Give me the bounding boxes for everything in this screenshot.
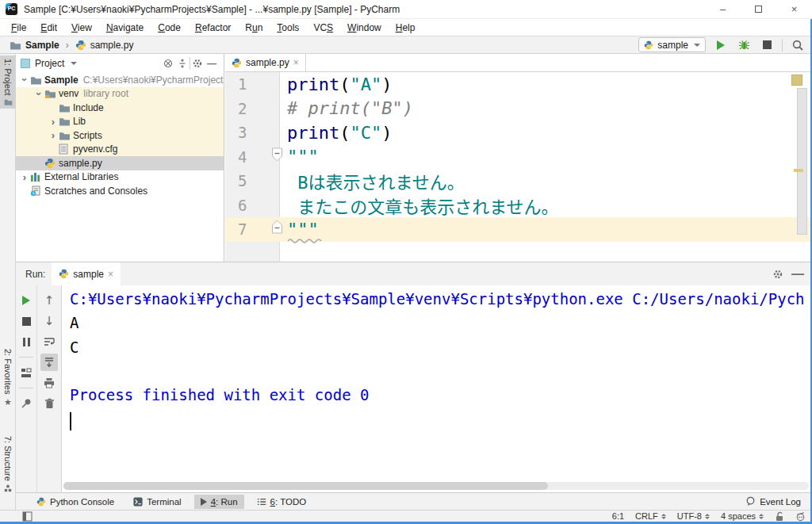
editor-scrollbar[interactable] xyxy=(797,88,807,235)
debug-button[interactable] xyxy=(736,37,752,53)
menu-tools[interactable]: Tools xyxy=(270,21,306,35)
encoding-selector[interactable]: UTF-8 xyxy=(677,511,710,521)
stripe-tab-favorites[interactable]: 2: Favorites ★ xyxy=(0,346,16,411)
console-line: C xyxy=(70,338,812,362)
menu-code[interactable]: Code xyxy=(151,21,188,35)
tree-row-venv[interactable]: venv library root xyxy=(16,87,224,101)
chevron-expanded-icon[interactable] xyxy=(19,74,30,86)
down-stack-trace-button[interactable]: ↓ xyxy=(40,312,58,330)
rerun-button[interactable] xyxy=(17,292,35,309)
toolwindow-run[interactable]: 4: Run xyxy=(194,495,244,509)
toolwindow-todo[interactable]: 6: TODO xyxy=(251,495,313,509)
toolwindow-toggle-button[interactable] xyxy=(22,511,33,522)
pause-output-button[interactable] xyxy=(17,333,35,350)
hide-panel-button[interactable]: — xyxy=(205,56,219,71)
chevron-collapsed-icon[interactable] xyxy=(48,116,59,128)
tree-row-include[interactable]: Include xyxy=(16,101,224,115)
libraries-icon xyxy=(30,172,40,182)
title-bar: PC Sample [C:¥Users¥naoki¥PycharmProject… xyxy=(0,0,812,19)
close-tab-icon[interactable] xyxy=(293,57,299,68)
toolwindow-python-console[interactable]: Python Console xyxy=(30,495,121,509)
menu-refactor[interactable]: Refactor xyxy=(188,21,238,35)
python-icon xyxy=(59,269,69,279)
collapse-all-icon xyxy=(177,58,188,69)
menu-view[interactable]: View xyxy=(64,21,99,35)
up-stack-trace-button[interactable]: ↑ xyxy=(40,292,58,309)
menu-edit[interactable]: Edit xyxy=(33,21,64,35)
fold-region-end-icon[interactable] xyxy=(271,220,283,234)
stripe-tab-project[interactable]: 1: Project xyxy=(0,55,16,109)
unlock-icon xyxy=(775,511,784,522)
editor-area: sample.py 1 print("A") 2 # print("B") 3 … xyxy=(225,54,810,262)
spinner-arrows-icon xyxy=(661,514,666,519)
hide-panel-button[interactable]: — xyxy=(791,267,804,281)
breadcrumb-project[interactable]: Sample xyxy=(25,40,59,51)
highlighting-level-button[interactable] xyxy=(795,511,806,522)
soft-wrap-icon xyxy=(44,336,56,347)
fold-region-start-icon[interactable] xyxy=(271,147,283,162)
maximize-window-button[interactable] xyxy=(741,0,776,19)
menu-navigate[interactable]: Navigate xyxy=(99,21,151,35)
collapse-all-button[interactable] xyxy=(175,56,190,71)
tree-row-external-libraries[interactable]: External Libraries xyxy=(16,170,224,185)
locate-file-button[interactable] xyxy=(161,56,175,71)
tree-row-sample[interactable]: Sample C:¥Users¥naoki¥PycharmProjects¥Sa… xyxy=(16,73,224,87)
stripe-tab-structure[interactable]: 7: Structure xyxy=(0,433,16,495)
minimize-window-button[interactable]: – xyxy=(705,0,741,19)
run-tab-sample[interactable]: sample xyxy=(52,262,121,285)
close-window-button[interactable]: × xyxy=(776,0,812,19)
tree-row-scratches[interactable]: Scratches and Consoles xyxy=(16,184,224,198)
menu-window[interactable]: Window xyxy=(340,21,389,35)
project-view-selector[interactable]: Project xyxy=(21,58,77,69)
chevron-down-icon xyxy=(71,62,77,65)
tree-row-sample-py[interactable]: sample.py xyxy=(16,156,224,170)
close-tab-icon[interactable] xyxy=(108,269,113,280)
console-line: A xyxy=(70,314,812,338)
pin-tab-button[interactable] xyxy=(17,395,35,412)
menu-run[interactable]: Run xyxy=(238,21,270,35)
event-log-button[interactable]: Event Log xyxy=(745,496,812,507)
line-number: 2 xyxy=(225,100,280,117)
run-toolbar-secondary: ↑ ↓ xyxy=(37,285,62,492)
toolwindow-terminal[interactable]: Terminal xyxy=(127,495,187,509)
soft-wrap-button[interactable] xyxy=(40,333,58,350)
chevron-collapsed-icon[interactable] xyxy=(48,129,59,141)
print-button[interactable] xyxy=(40,374,58,392)
menu-vcs[interactable]: VCS xyxy=(306,21,340,35)
stop-process-button[interactable] xyxy=(17,312,35,330)
run-settings-button[interactable] xyxy=(772,269,783,280)
folder-icon xyxy=(30,75,42,85)
menu-help[interactable]: Help xyxy=(389,21,423,35)
code-line: 6 またこの文章も表示されません。 xyxy=(225,193,810,218)
tree-row-pyvenv-cfg[interactable]: pyvenv.cfg xyxy=(16,143,224,157)
tree-row-lib[interactable]: Lib xyxy=(16,115,224,129)
clear-console-button[interactable] xyxy=(40,395,58,412)
chevron-collapsed-icon[interactable] xyxy=(19,171,30,183)
menu-file[interactable]: File xyxy=(4,21,33,35)
project-settings-button[interactable] xyxy=(190,56,205,71)
editor-tab-sample-py[interactable]: sample.py xyxy=(225,54,306,71)
inspections-indicator[interactable] xyxy=(791,75,802,86)
code-editor[interactable]: 1 print("A") 2 # print("B") 3 print("C")… xyxy=(225,72,810,262)
restore-layout-button[interactable] xyxy=(17,364,35,381)
console-line: C:¥Users¥naoki¥PycharmProjects¥Sample¥ve… xyxy=(70,290,812,314)
run-console-output[interactable]: C:¥Users¥naoki¥PycharmProjects¥Sample¥ve… xyxy=(62,285,812,492)
caret-position[interactable]: 6:1 xyxy=(612,511,624,521)
breadcrumb-file[interactable]: sample.py xyxy=(90,40,134,51)
tree-row-scripts[interactable]: Scripts xyxy=(16,128,224,143)
console-horizontal-scrollbar[interactable] xyxy=(63,482,809,490)
scroll-to-end-button[interactable] xyxy=(40,354,58,371)
run-configuration-select[interactable]: sample xyxy=(638,37,706,52)
readonly-toggle-button[interactable] xyxy=(775,511,784,522)
chevron-expanded-icon[interactable] xyxy=(33,88,44,100)
line-separator-selector[interactable]: CRLF xyxy=(635,511,666,521)
warning-stripe-mark[interactable] xyxy=(794,169,803,172)
search-everywhere-button[interactable] xyxy=(790,37,806,53)
event-log-icon xyxy=(745,496,756,507)
run-button[interactable] xyxy=(713,37,729,53)
pycharm-logo-icon: PC xyxy=(6,3,17,15)
breadcrumb-separator-icon: › xyxy=(63,40,71,51)
stop-button[interactable] xyxy=(759,37,775,53)
indent-selector[interactable]: 4 spaces xyxy=(721,511,764,521)
python-file-icon xyxy=(44,158,56,169)
